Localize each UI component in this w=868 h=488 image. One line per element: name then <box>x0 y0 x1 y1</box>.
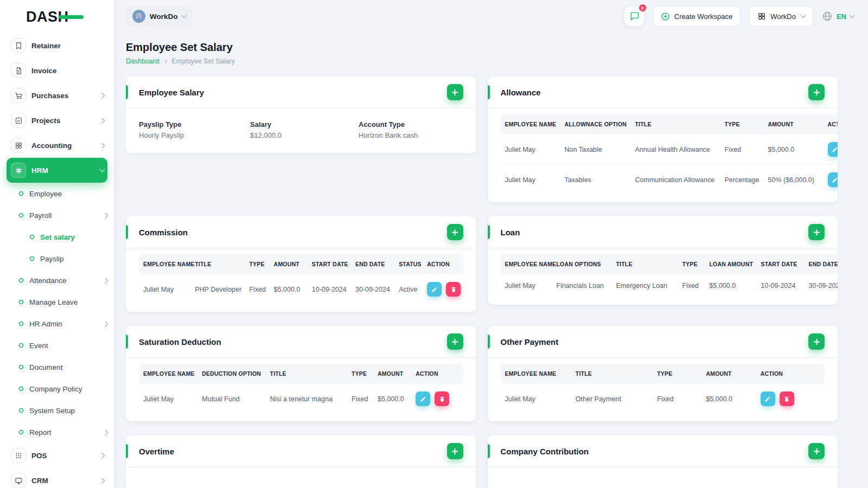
cell-employee: Juliet May <box>501 134 560 165</box>
chevron-right-icon <box>100 454 104 458</box>
card-title: Allowance <box>501 88 541 97</box>
sidebar-item-company-policy[interactable]: Company Policy <box>7 378 107 400</box>
column-header: STATUS <box>394 254 423 274</box>
table-header-row: EMPLOYEE NAME LOAN OPTIONS TITLE TYPE LO… <box>501 254 838 274</box>
topbar: WorkDo 0 Create Workspace WorkDo EN <box>114 0 868 33</box>
table-row: Juliet May Other Payment Fixed $5,000.0 <box>501 384 825 414</box>
sidebar-item-employee[interactable]: Employee <box>7 183 107 204</box>
loan-card: Loan EMPLOYEE NAME LOAN OPTIONS TITLE TY… <box>488 216 838 305</box>
column-header: END DATE <box>805 254 838 274</box>
table-header-row: EMPLOYEE NAME TITLE TYPE AMOUNT ACTION <box>501 363 825 384</box>
field-value: Hourly Payslip <box>139 131 250 139</box>
edit-button[interactable] <box>761 391 775 406</box>
plus-icon <box>451 89 458 96</box>
bullet-icon <box>29 256 35 261</box>
plus-icon <box>813 338 820 345</box>
delete-button[interactable] <box>446 282 461 297</box>
sidebar-item-retainer[interactable]: Retainer <box>7 33 107 58</box>
cell-type: Fixed <box>347 384 373 414</box>
messages-button[interactable]: 0 <box>624 7 644 26</box>
sidebar-item-invoice[interactable]: Invoice <box>7 58 107 83</box>
column-header: TYPE <box>347 363 373 384</box>
cart-icon <box>11 88 26 103</box>
sidebar-item-accounting[interactable]: Accounting <box>7 133 107 158</box>
chevron-down-icon <box>100 169 104 171</box>
bullet-icon <box>18 429 24 435</box>
chevron-right-icon <box>100 479 104 483</box>
card-header: Allowance <box>488 76 838 108</box>
card-header: Commission <box>126 216 476 248</box>
chevron-right-icon <box>100 94 104 98</box>
cards-grid: Employee Salary Payslip Type Hourly Pays… <box>126 76 838 488</box>
sidebar-item-payslip[interactable]: Payslip <box>7 248 107 269</box>
add-loan-button[interactable] <box>808 224 825 240</box>
edit-button[interactable] <box>828 172 838 187</box>
logo-dash-icon <box>59 15 84 19</box>
cell-amount: $5,000.0 <box>373 384 411 414</box>
add-company-contribution-button[interactable] <box>808 443 825 459</box>
language-selector[interactable]: EN <box>822 11 854 22</box>
cell-type: Fixed <box>245 274 269 304</box>
trash-icon <box>783 396 790 402</box>
add-allowance-button[interactable] <box>808 84 825 100</box>
sidebar-item-pos[interactable]: POS <box>7 443 107 468</box>
saturation-deduction-table: EMPLOYEE NAME DEDUCTION OPTION TITLE TYP… <box>126 358 476 421</box>
sidebar-item-crm[interactable]: CRM <box>7 468 107 488</box>
add-overtime-button[interactable] <box>447 443 463 459</box>
apps-menu-button[interactable]: WorkDo <box>749 6 813 27</box>
delete-button[interactable] <box>780 391 794 406</box>
cell-title: Other Payment <box>571 384 653 414</box>
pencil-icon <box>764 396 771 402</box>
plus-icon <box>451 229 458 236</box>
loan-table: EMPLOYEE NAME LOAN OPTIONS TITLE TYPE LO… <box>488 248 838 305</box>
column-header: LOAN OPTIONS <box>552 254 612 274</box>
create-workspace-button[interactable]: Create Workspace <box>653 6 741 27</box>
sidebar-item-hr-admin[interactable]: HR Admin <box>7 313 107 335</box>
cell-title: Communication Allowance <box>631 165 720 195</box>
sidebar-item-payroll[interactable]: Payroll <box>7 204 107 226</box>
field-label: Payslip Type <box>139 120 250 129</box>
cell-option: Non Taxable <box>560 134 631 165</box>
chevron-right-icon <box>104 431 107 434</box>
page-title: Employee Set Salary <box>126 41 838 54</box>
cell-title: PHP Developer <box>190 274 245 304</box>
edit-button[interactable] <box>416 391 430 406</box>
plus-icon <box>451 448 458 455</box>
column-header: TITLE <box>266 363 347 384</box>
sidebar-item-projects[interactable]: Projects <box>7 108 107 133</box>
workspace-switcher[interactable]: WorkDo <box>126 6 193 27</box>
sidebar-item-manage-leave[interactable]: Manage Leave <box>7 291 107 313</box>
cell-start-date: 10-09-2024 <box>308 274 351 304</box>
column-header: LOAN AMOUNT <box>705 254 757 274</box>
sidebar-item-report[interactable]: Report <box>7 421 107 443</box>
sidebar-item-attendance[interactable]: Attendance <box>7 269 107 291</box>
add-saturation-deduction-button[interactable] <box>447 333 463 350</box>
sidebar-item-set-salary[interactable]: Set salary <box>7 226 107 248</box>
column-header: TYPE <box>678 254 705 274</box>
sidebar-item-hrm[interactable]: HRM <box>7 158 107 183</box>
sidebar-item-purchases[interactable]: Purchases <box>7 83 107 108</box>
chevron-down-icon <box>182 15 186 17</box>
sidebar-item-label: System Setup <box>29 407 107 415</box>
breadcrumb-dashboard-link[interactable]: Dashboard <box>126 57 159 65</box>
sidebar-item-document[interactable]: Document <box>7 356 107 378</box>
trash-icon <box>439 396 445 402</box>
edit-button[interactable] <box>427 282 442 297</box>
chevron-right-icon <box>104 322 107 326</box>
sidebar-item-system-setup[interactable]: System Setup <box>7 400 107 421</box>
add-other-payment-button[interactable] <box>808 333 825 350</box>
saturation-deduction-card: Saturation Deduction EMPLOYEE NAME DEDUC… <box>126 326 476 421</box>
card-title: Overtime <box>139 447 174 456</box>
other-payment-table: EMPLOYEE NAME TITLE TYPE AMOUNT ACTION J… <box>488 358 838 421</box>
sidebar: DASH Retainer Invoice Purchases Projects… <box>0 0 114 488</box>
card-title: Employee Salary <box>139 88 204 97</box>
apps-menu-label: WorkDo <box>770 12 796 21</box>
add-commission-button[interactable] <box>447 224 463 240</box>
add-employee-salary-button[interactable] <box>447 84 463 100</box>
sidebar-item-label: Purchases <box>31 92 95 100</box>
bullet-icon <box>18 299 24 305</box>
delete-button[interactable] <box>435 391 449 406</box>
sidebar-item-event[interactable]: Event <box>7 335 107 356</box>
edit-button[interactable] <box>828 142 838 157</box>
cell-title: Emergency Loan <box>612 274 678 297</box>
